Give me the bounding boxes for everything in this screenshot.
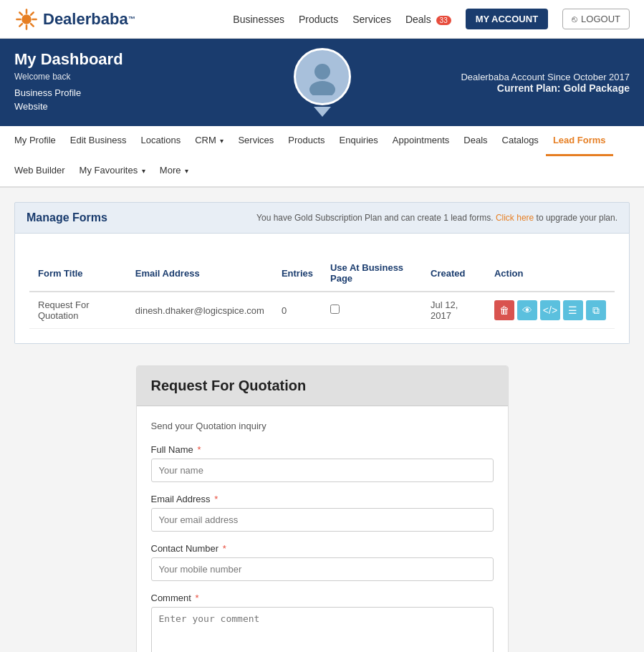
more-arrow: ▾ bbox=[185, 167, 188, 175]
current-plan: Current Plan: Gold Package bbox=[322, 82, 630, 94]
label-email-address: Email Address * bbox=[151, 494, 494, 504]
svg-point-0 bbox=[21, 14, 32, 24]
label-comment: Comment * bbox=[151, 593, 494, 603]
website-link[interactable]: Website bbox=[14, 101, 322, 112]
field-comment: Comment * bbox=[151, 593, 494, 652]
required-star-3: * bbox=[223, 543, 226, 554]
account-since: Dealerbaba Account Since October 2017 bbox=[322, 72, 630, 82]
subnav-lead-forms[interactable]: Lead Forms bbox=[546, 126, 613, 156]
upgrade-text: to upgrade your plan. bbox=[537, 213, 617, 223]
business-profile-link[interactable]: Business Profile bbox=[14, 87, 322, 98]
manage-forms-info-text: You have Gold Subscription Plan and can … bbox=[256, 213, 493, 223]
row-action: 🗑 👁 </> ☰ ⧉ bbox=[486, 292, 615, 329]
input-contact-number[interactable] bbox=[151, 557, 494, 581]
input-email-address[interactable] bbox=[151, 508, 494, 532]
field-full-name: Full Name * bbox=[151, 444, 494, 482]
required-star-2: * bbox=[214, 494, 218, 504]
subnav-appointments[interactable]: Appointments bbox=[385, 126, 457, 156]
svg-line-7 bbox=[31, 12, 34, 15]
subnav-crm[interactable]: CRM ▾ bbox=[188, 126, 231, 156]
subnav-catalogs[interactable]: Catalogs bbox=[495, 126, 546, 156]
code-button[interactable]: </> bbox=[540, 300, 560, 320]
form-preview-body: Send your Quotation inquiry Full Name * … bbox=[137, 406, 508, 652]
share-button[interactable]: ⧉ bbox=[586, 300, 606, 320]
label-contact-number: Contact Number * bbox=[151, 543, 494, 554]
svg-line-8 bbox=[19, 24, 22, 27]
subnav-services[interactable]: Services bbox=[231, 126, 281, 156]
row-form-title: Request For Quotation bbox=[29, 292, 127, 329]
dashboard-header-left: My Dashboard Welcome back Business Profi… bbox=[14, 50, 322, 115]
subnav-more[interactable]: More ▾ bbox=[153, 156, 196, 186]
col-email-address: Email Address bbox=[127, 255, 273, 292]
favourites-arrow: ▾ bbox=[142, 167, 145, 175]
crm-arrow: ▾ bbox=[220, 137, 224, 145]
action-buttons: 🗑 👁 </> ☰ ⧉ bbox=[494, 300, 606, 320]
col-form-title: Form Title bbox=[29, 255, 127, 292]
col-entries: Entries bbox=[273, 255, 322, 292]
dashboard-title: My Dashboard bbox=[14, 50, 322, 69]
subnav-deals[interactable]: Deals bbox=[456, 126, 494, 156]
row-entries: 0 bbox=[273, 292, 322, 329]
row-email: dinesh.dhaker@logicspice.com bbox=[127, 292, 273, 329]
row-created: Jul 12, 2017 bbox=[422, 292, 486, 329]
form-preview-container: Request For Quotation Send your Quotatio… bbox=[136, 365, 509, 652]
form-subtitle: Send your Quotation inquiry bbox=[151, 421, 494, 431]
top-nav-links: Businesses Products Services Deals 33 MY… bbox=[233, 9, 630, 29]
table-row: Request For Quotation dinesh.dhaker@logi… bbox=[29, 292, 615, 329]
subnav-enquiries[interactable]: Enquiries bbox=[332, 126, 385, 156]
required-star-4: * bbox=[195, 593, 198, 603]
input-comment[interactable] bbox=[151, 607, 494, 652]
subnav-products[interactable]: Products bbox=[281, 126, 332, 156]
label-full-name: Full Name * bbox=[151, 444, 494, 455]
preview-section: Request For Quotation Send your Quotatio… bbox=[14, 365, 630, 652]
list-button[interactable]: ☰ bbox=[563, 300, 583, 320]
logout-button[interactable]: ⎋ LOGOUT bbox=[562, 9, 630, 29]
subnav-locations[interactable]: Locations bbox=[134, 126, 188, 156]
dashboard-header: My Dashboard Welcome back Business Profi… bbox=[0, 39, 644, 126]
manage-forms-body: Form Title Email Address Entries Use At … bbox=[14, 234, 630, 344]
manage-forms-info: You have Gold Subscription Plan and can … bbox=[256, 213, 617, 223]
field-email-address: Email Address * bbox=[151, 494, 494, 532]
svg-line-6 bbox=[31, 24, 34, 27]
use-at-business-checkbox[interactable] bbox=[330, 305, 340, 314]
comment-label-text: Comment bbox=[151, 593, 191, 603]
full-name-label-text: Full Name bbox=[151, 444, 193, 455]
manage-forms-header: Manage Forms You have Gold Subscription … bbox=[14, 202, 630, 234]
col-created: Created bbox=[422, 255, 486, 292]
sub-nav: My Profile Edit Business Locations CRM ▾… bbox=[0, 126, 644, 188]
manage-forms-section: Manage Forms You have Gold Subscription … bbox=[14, 202, 630, 344]
nav-products-top[interactable]: Products bbox=[299, 14, 338, 25]
email-label-text: Email Address bbox=[151, 494, 211, 504]
upgrade-link[interactable]: Click here bbox=[496, 213, 534, 223]
deals-badge: 33 bbox=[436, 16, 451, 25]
logout-label: LOGOUT bbox=[581, 14, 620, 24]
manage-forms-title: Manage Forms bbox=[27, 211, 107, 224]
forms-table: Form Title Email Address Entries Use At … bbox=[29, 255, 615, 329]
nav-deals-top[interactable]: Deals 33 bbox=[405, 14, 451, 25]
top-nav: Dealerbaba™ Businesses Products Services… bbox=[0, 0, 644, 39]
logout-icon: ⎋ bbox=[572, 14, 577, 24]
view-button[interactable]: 👁 bbox=[517, 300, 537, 320]
form-preview-title: Request For Quotation bbox=[137, 366, 508, 406]
field-contact-number: Contact Number * bbox=[151, 543, 494, 581]
nav-businesses[interactable]: Businesses bbox=[233, 14, 284, 25]
subnav-my-favourites[interactable]: My Favourites ▾ bbox=[72, 156, 153, 186]
brand-name: Dealerbaba bbox=[43, 10, 128, 29]
logo[interactable]: Dealerbaba™ bbox=[14, 7, 135, 32]
col-use-at-business: Use At Business Page bbox=[322, 255, 422, 292]
subnav-edit-business[interactable]: Edit Business bbox=[63, 126, 134, 156]
avatar-triangle bbox=[314, 107, 331, 117]
subnav-my-profile[interactable]: My Profile bbox=[7, 126, 63, 156]
required-star-1: * bbox=[197, 444, 201, 455]
nav-services-top[interactable]: Services bbox=[352, 14, 391, 25]
main-content: Manage Forms You have Gold Subscription … bbox=[0, 188, 644, 652]
brand-tm: ™ bbox=[128, 15, 135, 23]
my-account-button[interactable]: MY ACCOUNT bbox=[466, 9, 548, 29]
row-use-at-business[interactable] bbox=[322, 292, 422, 329]
welcome-text: Welcome back bbox=[14, 72, 322, 82]
input-full-name[interactable] bbox=[151, 459, 494, 482]
dashboard-header-right: Dealerbaba Account Since October 2017 Cu… bbox=[322, 72, 630, 94]
subnav-web-builder[interactable]: Web Builder bbox=[7, 156, 72, 186]
svg-line-5 bbox=[19, 12, 22, 15]
delete-button[interactable]: 🗑 bbox=[494, 300, 514, 320]
